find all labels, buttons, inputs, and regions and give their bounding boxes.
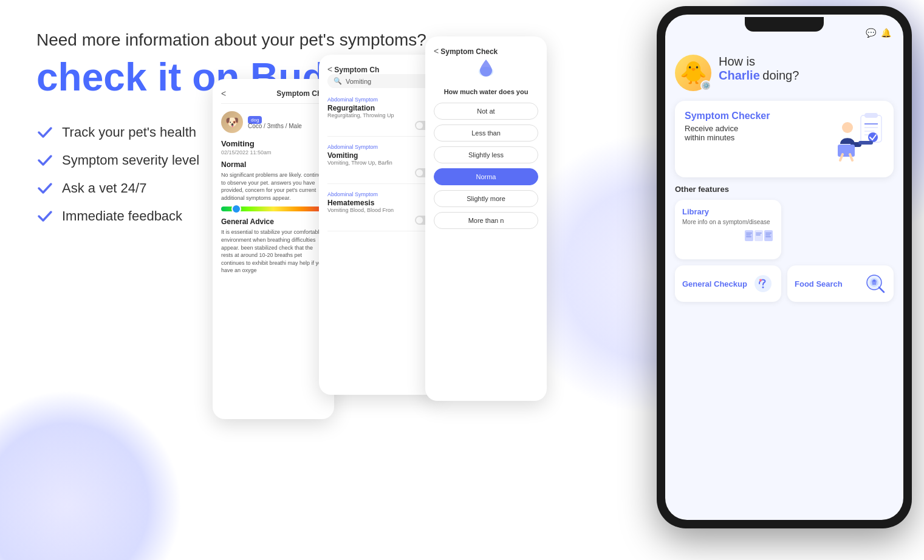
water-option-1[interactable]: Less than	[434, 125, 538, 142]
features-grid: Library More info on a symptom/disease	[675, 200, 894, 302]
bell-icon[interactable]: 🔔	[881, 28, 891, 38]
other-features-title: Other features	[675, 185, 894, 194]
feature-label-vet: Ask a vet 24/7	[62, 180, 146, 196]
charlie-label: Charlie	[719, 69, 760, 82]
checkmark-icon-vet	[36, 180, 53, 197]
svg-rect-11	[838, 145, 855, 157]
phone-screen-inner: 💬 🔔 🐥 ⚙️ How is	[665, 15, 903, 520]
water-question: How much water does you	[434, 88, 538, 95]
symptom-name-2: Hematemesis	[327, 199, 432, 207]
checkmark-icon-feedback	[36, 208, 53, 225]
svg-rect-10	[858, 141, 873, 145]
svg-rect-20	[765, 233, 772, 234]
screen-right-header: < Symptom Check	[434, 46, 538, 56]
screen-mid-card: < Symptom Ch 🔍 Vomiting Abdominal Sympto…	[319, 55, 440, 395]
symptom-cat-1: Abdominal Symptom	[327, 144, 432, 150]
back-arrow-mid[interactable]: <	[327, 64, 332, 74]
pet-details: dog Coco / 3mths / Male	[248, 115, 302, 129]
toggle-knob-1	[416, 169, 423, 176]
advice-text: It is essential to stabilize your comfor…	[221, 228, 326, 275]
severity-bar	[221, 207, 326, 211]
pet-avatar-main: 🐥 ⚙️	[675, 55, 711, 91]
result-text: No significant problems are likely. cont…	[221, 171, 326, 202]
symptom-date: 02/15/2022 11:50am	[221, 149, 326, 155]
greeting-row: 🐥 ⚙️ How is Charlie doing?	[675, 55, 894, 91]
result-label: Normal	[221, 160, 326, 169]
water-icon	[434, 56, 538, 84]
feature-card-checkup[interactable]: General Checkup	[675, 265, 781, 302]
svg-rect-12	[745, 230, 753, 241]
svg-rect-22	[765, 236, 771, 237]
symptom-list-item-0[interactable]: Abdominal Symptom Regurgitation Regurgit…	[327, 97, 432, 137]
svg-point-24	[762, 287, 764, 289]
back-arrow-right[interactable]: <	[434, 46, 439, 56]
svg-rect-18	[756, 233, 762, 234]
severity-bar-container	[221, 207, 326, 211]
symptom-checker-card[interactable]: Symptom Checker Receive advice within mi…	[675, 101, 894, 177]
feature-label-severity: Symptom severity level	[62, 152, 199, 168]
screen-mid-title: Symptom Ch	[334, 66, 379, 74]
library-title: Library	[682, 207, 774, 216]
screen-left-title: Symptom Che	[276, 89, 326, 98]
water-option-5[interactable]: More than n	[434, 212, 538, 229]
svg-rect-2	[864, 113, 878, 118]
pet-name-small: Coco / 3mths / Male	[248, 123, 302, 129]
card-text: Symptom Checker Receive advice within mi…	[685, 111, 822, 142]
water-option-2[interactable]: Slightly less	[434, 146, 538, 163]
symptom-cat-2: Abdominal Symptom	[327, 191, 432, 197]
symptom-name-left: Vomiting	[221, 139, 326, 148]
feature-card-library[interactable]: Library More info on a symptom/disease	[675, 200, 781, 259]
feature-card-empty	[787, 200, 894, 259]
symptom-desc-2: Vomiting Blood, Blood Fron	[327, 207, 432, 213]
library-icon-area	[744, 228, 774, 252]
water-option-4[interactable]: Slightly more	[434, 190, 538, 207]
symptom-checker-title: Symptom Checker	[685, 111, 822, 121]
svg-rect-15	[746, 233, 752, 234]
svg-rect-17	[746, 236, 751, 237]
severity-marker	[231, 204, 241, 214]
how-is-label: How is	[719, 55, 755, 68]
search-text-mid: Vomiting	[346, 78, 371, 85]
svg-rect-14	[764, 230, 773, 241]
screen-right-card: < Symptom Check How much water does you …	[425, 36, 547, 401]
water-option-0[interactable]: Not at	[434, 103, 538, 120]
search-icon-mid: 🔍	[334, 77, 342, 85]
water-option-3[interactable]: Norma	[434, 168, 538, 185]
feature-label-feedback: Immediate feedback	[62, 208, 182, 224]
subtitle-line1: Receive advice	[685, 124, 738, 133]
how-is-text: How is	[719, 55, 894, 69]
symptom-list-item-2[interactable]: Abdominal Symptom Hematemesis Vomiting B…	[327, 191, 432, 231]
svg-rect-16	[746, 234, 751, 236]
subtitle-line2: within minutes	[685, 133, 734, 142]
search-bar-mid[interactable]: 🔍 Vomiting	[327, 74, 432, 88]
svg-rect-21	[765, 234, 770, 236]
main-phone: 💬 🔔 🐥 ⚙️ How is	[657, 6, 912, 553]
feature-card-food[interactable]: Food Search	[787, 265, 894, 302]
symptom-checker-subtitle: Receive advice within minutes	[685, 124, 822, 142]
symptom-desc-0: Regurgitating, Throwing Up	[327, 112, 432, 118]
symptom-list-item-1[interactable]: Abdominal Symptom Vomiting Vomiting, Thr…	[327, 144, 432, 184]
screen-right-title: Symptom Check	[440, 47, 498, 56]
feature-label-track: Track your pet's health	[62, 125, 196, 140]
svg-line-27	[879, 287, 884, 292]
back-arrow-left[interactable]: <	[221, 89, 226, 98]
screen-left-header: < Symptom Che	[221, 89, 326, 104]
svg-rect-13	[755, 230, 763, 241]
svg-rect-19	[756, 234, 761, 236]
greeting-text: How is Charlie doing?	[711, 55, 894, 83]
chat-icon[interactable]: 💬	[866, 28, 876, 38]
name-doing-row: Charlie doing?	[719, 69, 894, 83]
checkmark-icon-track	[36, 124, 53, 141]
checkmark-icon-severity	[36, 152, 53, 169]
symptom-desc-1: Vomiting, Throw Up, Barfin	[327, 160, 432, 166]
checkup-icon	[752, 273, 774, 295]
symptom-cat-0: Abdominal Symptom	[327, 97, 432, 103]
food-title: Food Search	[795, 279, 843, 289]
gear-badge[interactable]: ⚙️	[700, 80, 711, 91]
checkup-title: General Checkup	[682, 279, 747, 289]
screen-left-card: < Symptom Che 🐶 dog Coco / 3mths / Male …	[213, 79, 334, 419]
screen-mid-header: < Symptom Ch	[327, 64, 432, 74]
pet-avatar-left: 🐶	[221, 111, 243, 133]
symptom-name-0: Regurgitation	[327, 104, 432, 112]
pet-info-row: 🐶 dog Coco / 3mths / Male	[221, 111, 326, 133]
